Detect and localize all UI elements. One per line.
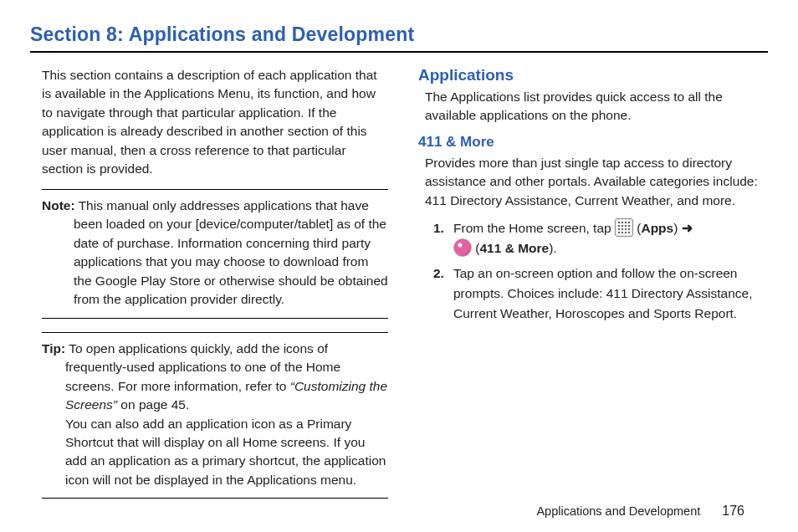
note-callout: Note: This manual only addresses applica…: [42, 189, 388, 319]
page-footer: Applications and Development 176: [536, 504, 744, 519]
note-label: Note:: [42, 198, 75, 212]
411-more-body: Provides more than just single tap acces…: [418, 154, 765, 210]
tip-callout: Tip: To open applications quickly, add t…: [42, 332, 388, 499]
intro-paragraph: This section contains a description of e…: [42, 66, 388, 179]
step-2: 2. Tap an on-screen option and follow th…: [433, 263, 765, 324]
tip-text-1: Tip: To open applications quickly, add t…: [42, 340, 388, 415]
section-rule: [30, 51, 768, 53]
step-2-number: 2.: [433, 263, 444, 284]
step-2-text: Tap an on-screen option and follow the o…: [453, 266, 753, 320]
note-text: Note: This manual only addresses applica…: [42, 197, 388, 309]
left-column: This section contains a description of e…: [30, 66, 388, 512]
tip-text-2: You can also add an application icon as …: [42, 415, 388, 490]
tip-label: Tip:: [42, 341, 65, 356]
step-1-number: 1.: [433, 218, 444, 238]
tip-body-1b: on page 45.: [117, 397, 189, 412]
411-more-heading: 411 & More: [418, 134, 765, 151]
step-1-apps-label: Apps: [641, 221, 673, 235]
applications-body: The Applications list provides quick acc…: [418, 88, 765, 125]
apps-grid-icon: [615, 218, 633, 237]
steps-list: 1. From the Home screen, tap (Apps) ➜ (4…: [418, 218, 765, 324]
section-heading: Section 8: Applications and Development: [30, 23, 768, 46]
right-column: Applications The Applications list provi…: [418, 66, 768, 512]
step-1: 1. From the Home screen, tap (Apps) ➜ (4…: [433, 218, 765, 258]
arrow-icon: ➜: [678, 221, 692, 235]
two-column-layout: This section contains a description of e…: [30, 66, 768, 512]
footer-title: Applications and Development: [536, 504, 700, 518]
footer-page-number: 176: [722, 504, 744, 519]
applications-heading: Applications: [418, 66, 765, 84]
411-app-icon: [453, 238, 472, 257]
step-1-text-a: From the Home screen, tap: [453, 221, 615, 235]
step-1-411-label: 411 & More: [479, 241, 549, 255]
note-body: This manual only addresses applications …: [74, 198, 388, 306]
